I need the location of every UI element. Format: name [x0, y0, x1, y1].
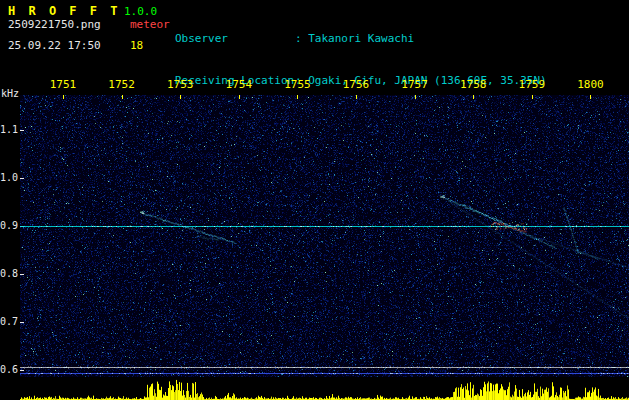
info-row-observer: Observer: Takanori Kawachi — [175, 32, 547, 46]
info-value: : Takanori Kawachi — [295, 32, 414, 45]
spectrogram-canvas — [20, 95, 629, 377]
output-filename: 2509221750.png — [8, 18, 101, 31]
y-tick-label: 1.1 — [0, 124, 16, 135]
x-tick-label: 1752 — [107, 78, 137, 91]
x-tick-label: 1800 — [575, 78, 605, 91]
timestamp: 25.09.22 17:50 — [8, 39, 101, 52]
y-tick-label: 0.7 — [0, 316, 16, 327]
mode-label: meteor — [130, 18, 170, 31]
app-title: H R O F F T — [8, 4, 120, 18]
hrofft-screen: H R O F F T 1.0.0 2509221750.png meteor … — [0, 0, 629, 400]
x-tick-label: 1759 — [517, 78, 547, 91]
y-axis-unit-label: kHz — [1, 88, 19, 99]
info-label: Observer — [175, 32, 295, 46]
x-tick-label: 1753 — [165, 78, 195, 91]
x-tick-label: 1755 — [282, 78, 312, 91]
x-tick-label: 1756 — [341, 78, 371, 91]
x-tick-label: 1758 — [458, 78, 488, 91]
y-tick-label: 1.0 — [0, 172, 16, 183]
app-version: 1.0.0 — [124, 5, 157, 18]
y-tick-label: 0.6 — [0, 364, 16, 375]
x-tick-label: 1751 — [48, 78, 78, 91]
y-tick-label: 0.9 — [0, 220, 16, 231]
x-tick-label: 1754 — [224, 78, 254, 91]
amplitude-strip-canvas — [20, 379, 629, 400]
x-tick-label: 1757 — [400, 78, 430, 91]
y-tick-label: 0.8 — [0, 268, 16, 279]
echo-count: 18 — [130, 39, 143, 52]
